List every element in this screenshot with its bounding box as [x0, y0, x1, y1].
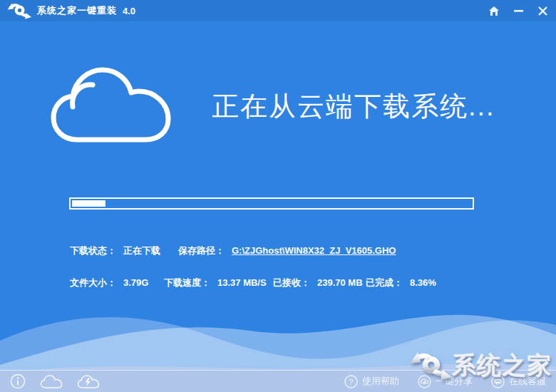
- progress-fill: [72, 200, 105, 207]
- file-size-value: 3.79G: [123, 277, 148, 288]
- close-icon: [538, 6, 547, 16]
- share-icon: [418, 375, 431, 388]
- download-speed-value: 13.37 MB/S: [217, 277, 267, 288]
- footer-right-actions: ? 使用帮助 一键分享: [344, 375, 546, 388]
- home-icon: [489, 6, 499, 16]
- download-speed-field: 下载速度：13.37 MB/S: [164, 277, 267, 289]
- download-speed-label: 下载速度：: [164, 277, 210, 288]
- minimize-button[interactable]: [512, 4, 525, 17]
- support-label: 在线客服: [509, 375, 546, 388]
- footer-bar: ? 使用帮助 一键分享: [0, 370, 556, 392]
- cloud-small-icon[interactable]: [40, 374, 63, 389]
- home-button[interactable]: [488, 4, 500, 17]
- help-icon: ?: [344, 375, 358, 388]
- completed-value: 8.36%: [410, 277, 436, 288]
- download-progress-bar: [69, 197, 474, 210]
- titlebar: 系统之家一键重装 4.0: [0, 0, 556, 21]
- chat-icon: [491, 375, 505, 388]
- download-state-field: 下载状态：正在下载: [70, 244, 160, 257]
- info-icon[interactable]: [10, 373, 26, 389]
- file-size-field: 文件大小：3.79G: [70, 277, 148, 289]
- received-value: 239.70 MB: [317, 277, 363, 288]
- share-button[interactable]: 一键分享: [418, 375, 473, 388]
- app-version: 4.0: [123, 6, 135, 16]
- received-label: 已接收：: [273, 277, 310, 288]
- app-title: 系统之家一键重装: [37, 4, 117, 17]
- app-window: 系统之家一键重装 4.0 正在从云端下载系统...: [0, 0, 556, 392]
- completed-label: 已完成：: [366, 277, 403, 288]
- completed-field: 已完成：8.36%: [366, 277, 436, 289]
- received-field: 已接收：239.70 MB: [273, 277, 363, 289]
- page-title: 正在从云端下载系统...: [212, 88, 495, 125]
- window-controls: [488, 0, 549, 21]
- minimize-icon: [514, 9, 523, 12]
- download-state-value: 正在下载: [123, 245, 160, 256]
- download-state-label: 下载状态：: [70, 245, 116, 256]
- footer-left-icons: [10, 373, 100, 389]
- file-size-label: 文件大小：: [70, 277, 116, 288]
- help-label: 使用帮助: [362, 375, 399, 388]
- save-path-field: 保存路径：G:\ZJGhost\WIN8X32_ZJ_V1605.GHO: [178, 244, 396, 257]
- close-button[interactable]: [536, 4, 549, 17]
- cloud-bolt-icon[interactable]: [77, 374, 100, 389]
- app-logo-icon: [7, 2, 31, 19]
- save-path-label: 保存路径：: [178, 245, 225, 256]
- share-label: 一键分享: [436, 375, 473, 388]
- cloud-icon: [48, 63, 174, 145]
- save-path-link[interactable]: G:\ZJGhost\WIN8X32_ZJ_V1605.GHO: [232, 245, 396, 256]
- svg-text:?: ?: [349, 377, 353, 386]
- support-button[interactable]: 在线客服: [491, 375, 546, 388]
- help-button[interactable]: ? 使用帮助: [344, 375, 399, 388]
